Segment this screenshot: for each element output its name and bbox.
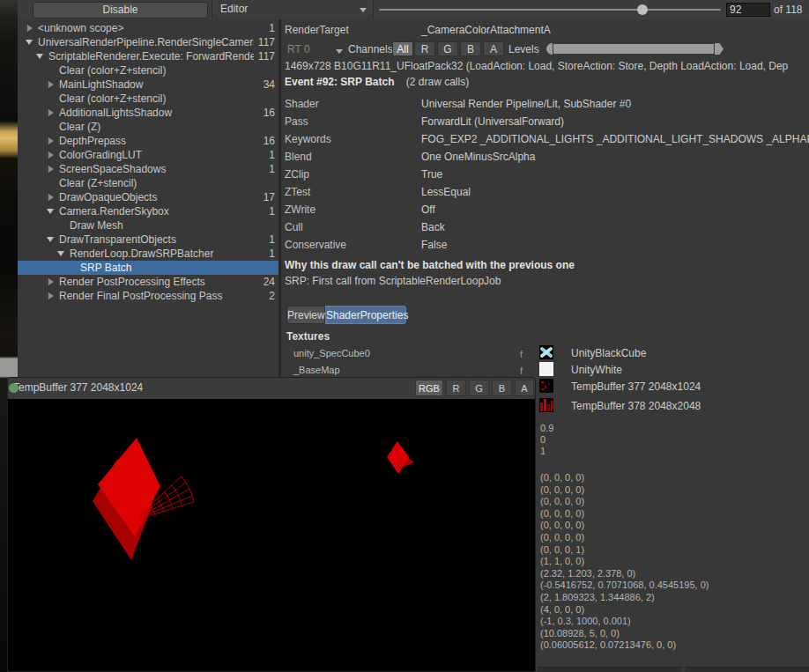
window-edge bbox=[685, 667, 809, 672]
chevron-down-icon[interactable] bbox=[57, 251, 64, 256]
window-edge bbox=[538, 667, 681, 672]
event-drawcalls: (2 draw calls) bbox=[406, 76, 469, 88]
property-row: ZWriteOff bbox=[281, 201, 809, 218]
event-total-label: of 118 bbox=[774, 4, 802, 16]
tree-row[interactable]: DrawTransparentObjects1 bbox=[18, 233, 278, 247]
chevron-right-icon[interactable] bbox=[48, 292, 54, 299]
tree-row[interactable]: DrawOpaqueObjects17 bbox=[18, 190, 278, 204]
tree-row[interactable]: <unknown scope>1 bbox=[18, 21, 278, 35]
batch-break-reason: SRP: First call from ScriptableRenderLoo… bbox=[285, 275, 501, 287]
event-tree: <unknown scope>1 UniversalRenderPipeline… bbox=[18, 19, 278, 377]
batch-break-header: Why this draw call can't be batched with… bbox=[285, 259, 575, 271]
green-status-dot-icon bbox=[9, 383, 19, 393]
tree-row[interactable]: Camera.RenderSkybox1 bbox=[18, 204, 278, 218]
rendertarget-format-line: 1469x728 B10G11R11_UFloatPack32 (LoadAct… bbox=[285, 60, 809, 72]
tree-row[interactable]: ColorGradingLUT1 bbox=[18, 148, 278, 162]
preview-b-button[interactable]: B bbox=[492, 380, 512, 396]
channel-r-button[interactable]: R bbox=[414, 41, 435, 56]
chevron-right-icon[interactable] bbox=[48, 81, 54, 88]
chevron-right-icon[interactable] bbox=[48, 109, 54, 116]
channels-label: Channels bbox=[348, 43, 393, 55]
chevron-down-icon bbox=[360, 8, 367, 12]
frame-debugger-window: Disable Editor of 118 <unknown scope>1 U… bbox=[0, 0, 809, 672]
tree-row[interactable]: AdditionalLightsShadow16 bbox=[18, 106, 278, 120]
tree-row[interactable]: Clear (color+Z+stencil) bbox=[18, 92, 278, 106]
textures-header: Textures bbox=[286, 330, 330, 343]
tree-row-selected[interactable]: SRP Batch bbox=[18, 261, 278, 275]
event-scrubber-track[interactable] bbox=[379, 9, 721, 11]
levels-slider[interactable] bbox=[546, 43, 727, 55]
property-row: ZClipTrue bbox=[281, 166, 809, 183]
tree-row[interactable]: Clear (Z+stencil) bbox=[18, 176, 278, 190]
property-row: ShaderUniversal Render Pipeline/Lit, Sub… bbox=[281, 95, 809, 113]
chevron-down-icon[interactable] bbox=[26, 40, 33, 45]
chevron-down-icon[interactable] bbox=[36, 54, 43, 59]
tree-row[interactable]: Clear (Z) bbox=[18, 120, 278, 134]
preview-title: TempBuffer 377 2048x1024 bbox=[13, 381, 143, 394]
preview-title-bar[interactable]: TempBuffer 377 2048x1024 RGB R G B A bbox=[8, 378, 535, 400]
tree-row[interactable]: MainLightShadow34 bbox=[18, 78, 278, 92]
rt-selector[interactable]: RT 0 bbox=[287, 43, 310, 55]
levels-range-bar[interactable] bbox=[553, 44, 714, 54]
chevron-right-icon[interactable] bbox=[48, 194, 54, 201]
tree-row[interactable]: ScreenSpaceShadows1 bbox=[18, 162, 278, 176]
toolbar: Disable Editor of 118 bbox=[18, 0, 809, 20]
tree-row[interactable]: RenderLoop.DrawSRPBatcher1 bbox=[18, 247, 278, 261]
editor-dropdown[interactable]: Editor bbox=[212, 0, 374, 18]
white-texture-icon[interactable] bbox=[539, 362, 553, 376]
tab-shader-properties[interactable]: ShaderProperties bbox=[325, 306, 406, 324]
levels-label: Levels bbox=[508, 43, 539, 55]
chevron-right-icon[interactable] bbox=[48, 137, 54, 144]
shadowmap-preview-image bbox=[8, 399, 535, 671]
chevron-down-icon bbox=[336, 49, 343, 54]
levels-max-handle[interactable] bbox=[715, 43, 724, 55]
property-row: PassForwardLit (UniversalForward) bbox=[281, 113, 809, 130]
shader-vector-values: (0, 0, 0, 0) (0, 0, 0, 0) (0, 0, 0, 0) (… bbox=[540, 472, 709, 652]
property-row: CullBack bbox=[281, 218, 809, 236]
event-title: Event #92: SRP Batch bbox=[285, 76, 395, 88]
tree-row[interactable]: Render PostProcessing Effects24 bbox=[18, 275, 278, 289]
chevron-down-icon[interactable] bbox=[47, 237, 54, 242]
chevron-down-icon[interactable] bbox=[47, 209, 54, 214]
property-row: ZTestLessEqual bbox=[281, 183, 809, 201]
texture-preview-window[interactable]: TempBuffer 377 2048x1024 RGB R G B A bbox=[7, 377, 536, 672]
tempbuffer-377-texture-icon[interactable] bbox=[539, 379, 553, 393]
tree-row[interactable]: Draw Mesh bbox=[18, 218, 278, 233]
tab-preview[interactable]: Preview bbox=[286, 306, 325, 324]
render-target-value: _CameraColorAttachmentA bbox=[421, 24, 551, 36]
preview-a-button[interactable]: A bbox=[515, 380, 534, 396]
channel-b-button[interactable]: B bbox=[460, 41, 481, 56]
levels-min-handle[interactable] bbox=[546, 43, 553, 55]
tree-row[interactable]: UniversalRenderPipeline.RenderSingleCame… bbox=[18, 35, 278, 49]
property-row: KeywordsFOG_EXP2 _ADDITIONAL_LIGHTS _ADD… bbox=[281, 130, 809, 148]
event-heading: Event #92: SRP Batch (2 draw calls) bbox=[285, 76, 469, 88]
channel-g-button[interactable]: G bbox=[437, 41, 458, 56]
texture-preview-canvas[interactable] bbox=[8, 399, 535, 671]
tree-row[interactable]: Render Final PostProcessing Pass2 bbox=[18, 289, 278, 303]
property-row: BlendOne OneMinusSrcAlpha bbox=[281, 148, 809, 166]
preview-r-button[interactable]: R bbox=[446, 380, 466, 396]
black-cube-texture-icon[interactable] bbox=[539, 345, 553, 359]
render-target-label: RenderTarget bbox=[285, 24, 349, 36]
preview-g-button[interactable]: G bbox=[469, 380, 489, 396]
channel-all-button[interactable]: All bbox=[392, 41, 413, 56]
preview-rgb-button[interactable]: RGB bbox=[415, 380, 443, 396]
channel-a-button[interactable]: A bbox=[483, 41, 504, 56]
tree-row[interactable]: ScriptableRenderer.Execute: ForwardRende… bbox=[18, 49, 278, 63]
tempbuffer-378-texture-icon[interactable] bbox=[539, 398, 553, 412]
shader-scalar-values: 0.9 0 1 bbox=[540, 423, 553, 457]
event-scrubber-thumb[interactable] bbox=[637, 4, 648, 15]
chevron-right-icon[interactable] bbox=[48, 151, 54, 159]
chevron-right-icon[interactable] bbox=[48, 166, 54, 173]
property-row: ConservativeFalse bbox=[281, 236, 809, 254]
tree-row[interactable]: Clear (color+Z+stencil) bbox=[18, 63, 278, 78]
event-number-input[interactable] bbox=[726, 3, 770, 17]
tree-row[interactable]: DepthPrepass16 bbox=[18, 134, 278, 148]
disable-button[interactable]: Disable bbox=[33, 2, 208, 18]
chevron-right-icon[interactable] bbox=[48, 278, 54, 285]
chevron-right-icon[interactable] bbox=[27, 25, 33, 32]
